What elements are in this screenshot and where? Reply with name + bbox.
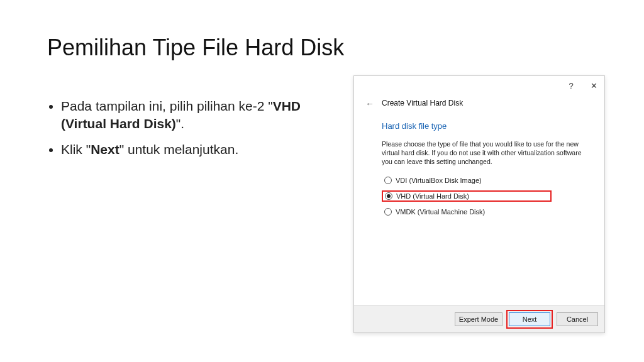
bullet1-text-pre: Pada tampilan ini, pilih pilihan ke-2 " xyxy=(61,99,273,113)
dialog-description: Please choose the type of file that you … xyxy=(382,140,588,167)
bullet2-text-post: " untuk melanjutkan. xyxy=(119,142,239,156)
bullet2-text-pre: Klik " xyxy=(61,142,91,156)
dialog-footer: Expert Mode Next Cancel xyxy=(354,305,604,332)
slide-content: Pada tampilan ini, pilih pilihan ke-2 "V… xyxy=(47,97,318,166)
dialog-body: ← Create Virtual Hard Disk Hard disk fil… xyxy=(354,95,604,217)
close-icon[interactable]: ✕ xyxy=(587,81,601,90)
disk-type-radio-group: VDI (VirtualBox Disk Image) VHD (Virtual… xyxy=(382,175,593,217)
dialog-titlebar: ? ✕ xyxy=(354,76,604,95)
dialog-section-title: Hard disk file type xyxy=(382,121,593,131)
create-virtual-hard-disk-dialog: ? ✕ ← Create Virtual Hard Disk Hard disk… xyxy=(353,75,605,333)
bullet2-text-bold: Next xyxy=(91,142,119,156)
radio-icon xyxy=(384,177,392,184)
bullet-item-1: Pada tampilan ini, pilih pilihan ke-2 "V… xyxy=(61,97,318,133)
bullet-item-2: Klik "Next" untuk melanjutkan. xyxy=(61,141,318,158)
dialog-heading: Create Virtual Hard Disk xyxy=(382,99,593,107)
radio-icon xyxy=(384,208,392,216)
back-arrow-icon[interactable]: ← xyxy=(365,99,374,109)
help-icon[interactable]: ? xyxy=(564,81,578,90)
bullet1-text-post: ". xyxy=(176,116,184,131)
radio-label: VHD (Virtual Hard Disk) xyxy=(396,192,469,200)
highlight-selected-option: VHD (Virtual Hard Disk) xyxy=(382,190,552,202)
cancel-button[interactable]: Cancel xyxy=(557,312,598,326)
radio-option-vhd[interactable]: VHD (Virtual Hard Disk) xyxy=(385,192,469,200)
slide-title: Pemilihan Tipe File Hard Disk xyxy=(47,35,344,61)
radio-label: VDI (VirtualBox Disk Image) xyxy=(396,177,482,184)
expert-mode-button[interactable]: Expert Mode xyxy=(455,312,502,326)
radio-option-vmdk[interactable]: VMDK (Virtual Machine Disk) xyxy=(382,207,593,217)
radio-label: VMDK (Virtual Machine Disk) xyxy=(396,208,485,216)
highlight-next-button: Next xyxy=(506,310,553,329)
radio-icon xyxy=(385,192,392,200)
next-button[interactable]: Next xyxy=(509,312,550,326)
radio-option-vdi[interactable]: VDI (VirtualBox Disk Image) xyxy=(382,175,593,185)
